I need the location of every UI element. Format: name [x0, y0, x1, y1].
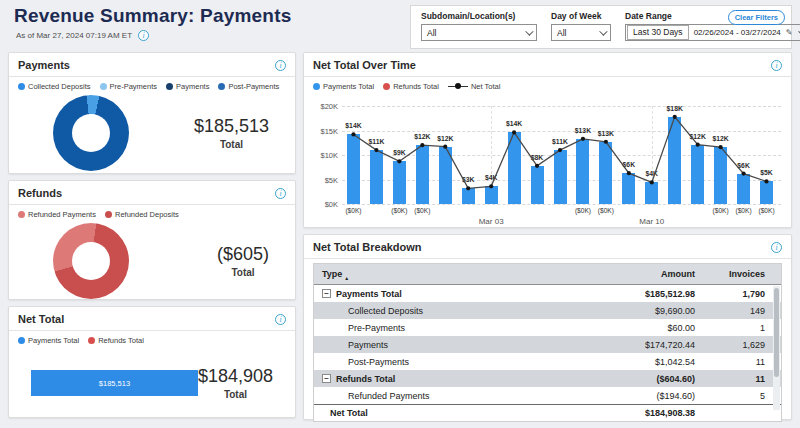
table-row[interactable]: Collected Deposits$9,690.00149 [314, 302, 781, 319]
net-total-card-header: Net Total i [9, 307, 295, 331]
refunds-card: Refunds i Refunded PaymentsRefunded Depo… [8, 180, 296, 300]
table-row[interactable]: Pre-Payments$60.001 [314, 319, 781, 336]
refunds-total-block: ($605) Total [217, 244, 269, 278]
payments-bar[interactable] [508, 132, 521, 204]
info-icon[interactable]: i [275, 188, 286, 199]
content: Payments i Collected DepositsPre-Payment… [0, 52, 800, 420]
legend-label: Collected Deposits [28, 82, 91, 91]
info-icon[interactable]: i [275, 60, 286, 71]
legend-item[interactable]: Refunds Total [88, 336, 144, 345]
as-of-text: As of Mar 27, 2024 07:19 AM ET [16, 31, 132, 40]
type-label: Pre-Payments [348, 323, 405, 333]
payments-bar[interactable] [370, 150, 383, 204]
payments-bar[interactable] [668, 117, 681, 204]
cell-amount: ($194.60) [545, 391, 695, 401]
bar-data-label: $13K [589, 130, 622, 137]
payments-bar[interactable] [622, 173, 635, 204]
payments-bar[interactable] [554, 150, 567, 204]
info-icon[interactable]: i [771, 60, 782, 71]
footer-type: Net Total [314, 408, 545, 418]
legend-item[interactable]: Refunds Total [383, 82, 439, 91]
net-total-total-block: $184,908 Total [198, 366, 273, 400]
refund-data-label: ($0K) [337, 207, 370, 214]
subdomain-dropdown[interactable]: All [421, 24, 537, 41]
line-marker-icon [448, 86, 468, 88]
payments-bar[interactable] [576, 139, 589, 204]
payments-bar[interactable] [393, 161, 406, 204]
net-total-bar[interactable]: $185,513 [31, 370, 198, 396]
scrollbar-thumb[interactable] [774, 288, 779, 377]
breakdown-card: Net Total Breakdown i Type ▲ Amount Invo… [303, 234, 792, 420]
payments-total-value: $185,513 [194, 116, 269, 137]
net-total-body: $185,513 $184,908 Total [9, 346, 295, 410]
payments-bar[interactable] [462, 188, 475, 204]
column-header-invoices[interactable]: Invoices [695, 269, 781, 279]
bar-data-label: $4K [635, 170, 668, 177]
dot-icon [455, 83, 461, 89]
day-of-week-dropdown[interactable]: All [551, 24, 611, 41]
payments-bar[interactable] [691, 145, 704, 204]
payments-bar[interactable] [599, 142, 612, 204]
y-axis-tick: $20K [312, 102, 338, 111]
edit-pencil-icon[interactable]: ✎ [786, 28, 793, 37]
net-total-value: $184,908 [198, 366, 273, 387]
legend-item[interactable]: Payments Total [18, 336, 79, 345]
date-range-preset[interactable]: Last 30 Days [627, 25, 689, 40]
payments-bar[interactable] [760, 181, 773, 204]
table-row[interactable]: Payments$174,720.441,629 [314, 336, 781, 353]
legend-label: Refunded Deposits [115, 210, 179, 219]
payments-bar[interactable] [439, 147, 452, 204]
bar-data-label: $11K [360, 138, 393, 145]
legend-item[interactable]: Refunded Deposits [105, 210, 179, 219]
legend-item[interactable]: Net Total [448, 82, 500, 91]
day-of-week-value: All [557, 28, 566, 38]
subdomain-label: Subdomain/Location(s) [421, 11, 537, 21]
table-scrollbar [773, 286, 780, 410]
day-of-week-filter: Day of Week All [551, 11, 611, 44]
legend-dot-icon [18, 211, 25, 218]
over-time-card-title: Net Total Over Time [313, 59, 416, 71]
refunds-card-header: Refunds i [9, 181, 295, 205]
legend-item[interactable]: Payments Total [313, 82, 374, 91]
legend-item[interactable]: Pre-Payments [100, 82, 158, 91]
payments-donut-chart[interactable] [53, 95, 129, 171]
legend-item[interactable]: Post-Payments [218, 82, 279, 91]
table-row[interactable]: −Refunds Total($604.60)11 [314, 370, 781, 387]
bar-data-label: $8K [521, 154, 554, 161]
footer-amount: $184,908.38 [545, 408, 695, 418]
y-axis-tick: $15K [312, 126, 338, 135]
cell-invoices: 5 [695, 391, 781, 401]
refunds-donut-chart[interactable] [53, 223, 129, 299]
net-total-legend: Payments TotalRefunds Total [9, 331, 295, 346]
clear-filters-button[interactable]: Clear Filters [728, 10, 785, 25]
type-label: Collected Deposits [348, 306, 423, 316]
payments-bar[interactable] [714, 147, 727, 204]
column-header-amount[interactable]: Amount [545, 269, 695, 279]
table-row[interactable]: Post-Payments$1,042.5411 [314, 353, 781, 370]
legend-label: Payments [176, 82, 209, 91]
gridline [342, 106, 781, 107]
info-icon[interactable]: i [275, 314, 286, 325]
legend-item[interactable]: Collected Deposits [18, 82, 91, 91]
payments-bar[interactable] [645, 182, 658, 204]
net-total-card: Net Total i Payments TotalRefunds Total … [8, 306, 296, 418]
date-range-dropdown[interactable]: Last 30 Days 02/26/2024 - 03/27/2024 ✎ [625, 24, 800, 41]
info-icon[interactable]: i [138, 30, 149, 41]
payments-bar[interactable] [485, 186, 498, 204]
info-icon[interactable]: i [771, 242, 782, 253]
collapse-icon[interactable]: − [322, 289, 331, 298]
table-row[interactable]: −Payments Total$185,512.981,790 [314, 285, 781, 302]
payments-bar[interactable] [737, 174, 750, 204]
payments-bar[interactable] [531, 166, 544, 204]
table-row[interactable]: Refunded Payments($194.60)5 [314, 387, 781, 404]
legend-item[interactable]: Payments [166, 82, 209, 91]
bar-data-label: $4K [475, 174, 508, 181]
right-column: Net Total Over Time i Payments TotalRefu… [303, 52, 792, 420]
column-header-type[interactable]: Type ▲ [314, 268, 545, 281]
payments-bar[interactable] [347, 134, 360, 204]
cell-amount: $174,720.44 [545, 340, 695, 350]
as-of-line: As of Mar 27, 2024 07:19 AM ET i [16, 30, 291, 41]
collapse-icon[interactable]: − [322, 374, 331, 383]
legend-item[interactable]: Refunded Payments [18, 210, 96, 219]
payments-bar[interactable] [416, 145, 429, 204]
